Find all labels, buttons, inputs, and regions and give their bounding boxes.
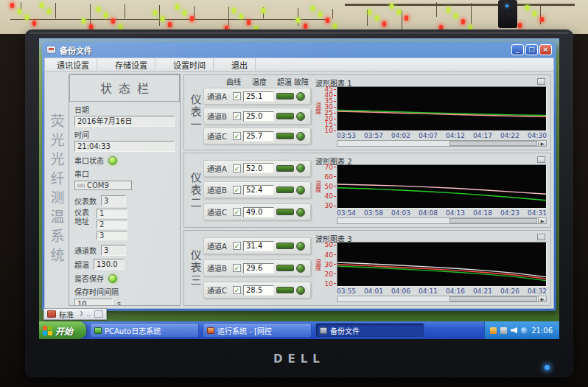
panel-led [119, 24, 122, 29]
meter-addr-2[interactable]: 2 [97, 220, 127, 229]
x-tick-label: 03:54 [337, 209, 356, 217]
panel-led [25, 15, 29, 20]
curve-checkbox[interactable]: ✓ [233, 264, 241, 272]
meter-addr-3[interactable]: 3 [97, 231, 127, 240]
diagram-line [159, 5, 160, 26]
panel-led [304, 24, 307, 29]
fault-led [296, 164, 305, 172]
taskbar-button-log-system[interactable]: PCAuto日志系统 [90, 323, 199, 338]
chart-scrollbar[interactable]: ▶ [337, 140, 547, 147]
curve-checkbox[interactable]: ✓ [233, 164, 241, 172]
taskbar-button-backup[interactable]: 备份文件 [315, 323, 424, 338]
dell-logo: DELL [25, 352, 573, 366]
curve-checkbox[interactable]: ✓ [233, 132, 241, 140]
save-toggle-led[interactable] [108, 274, 117, 283]
tray-display-icon[interactable] [500, 327, 507, 334]
panel-led [111, 18, 115, 24]
menu-storage-settings[interactable]: 存储设置 [108, 58, 155, 72]
diagram-line [90, 4, 91, 26]
chart-scale-button[interactable] [537, 78, 545, 85]
save-toggle-label: 是否保存 [74, 273, 104, 284]
monitor-power-led[interactable] [545, 365, 550, 370]
taskbar-button-run-system[interactable]: 运行系统 - [网控 [203, 323, 312, 338]
diagram-line [194, 6, 195, 18]
scrollbar-thumb[interactable] [449, 218, 537, 223]
curve-checkbox[interactable]: ✓ [233, 208, 241, 216]
save-interval-input[interactable]: 10 [74, 299, 113, 306]
column-header-temperature: 温度 [252, 76, 267, 87]
scrollbar-thumb[interactable] [449, 296, 537, 301]
panel-led [454, 13, 458, 18]
fault-led [296, 286, 305, 295]
menu-exit[interactable]: 退出 [224, 58, 256, 72]
serial-port-select[interactable]: I/O COM9 [74, 181, 132, 190]
curve-checkbox[interactable]: ✓ [233, 186, 241, 194]
window-icon [46, 46, 56, 54]
chart-scrollbar[interactable]: ▶ [337, 217, 547, 224]
temperature-value: 25.1 [243, 91, 274, 102]
y-tick-label: 20 [325, 271, 336, 277]
title-bar[interactable]: 备份文件 _ □ × [44, 42, 554, 57]
minimize-button[interactable]: _ [511, 44, 524, 55]
meter-addr-1[interactable]: 1 [97, 209, 127, 218]
menu-comm-settings[interactable]: 通讯设置 [49, 58, 97, 72]
panel-led [161, 16, 164, 21]
taskbar-clock[interactable]: 21:06 [531, 327, 553, 335]
overtemp-indicator [276, 265, 294, 271]
start-button[interactable]: 开始 [39, 321, 86, 339]
panel-led [368, 10, 371, 15]
y-tick-label: 10 [325, 281, 336, 287]
y-axis-ticks: 4540353025201510 [321, 86, 337, 131]
serial-label: 串口 [74, 168, 175, 179]
ime-keyboard-icon[interactable] [47, 310, 56, 318]
chart-scale-button[interactable] [537, 234, 545, 240]
channel-count-input[interactable]: 3 [101, 245, 126, 256]
panel-led [82, 18, 85, 24]
chart-scale-button[interactable] [537, 156, 545, 163]
overtemp-indicator [276, 186, 294, 193]
ime-moon-icon[interactable]: ☽ [77, 310, 83, 318]
panel-led [447, 7, 450, 13]
tray-network-icon[interactable] [521, 327, 528, 334]
maximize-button[interactable]: □ [525, 44, 538, 55]
x-tick-label: 04:01 [364, 287, 383, 295]
monitor-bezel: 备份文件 _ □ × 通讯设置 存储设置 设置时间 退出 荧 [25, 29, 573, 377]
panel-led [89, 24, 93, 29]
close-button[interactable]: × [539, 44, 552, 55]
overtemp-setting-label: 超温 [74, 259, 89, 270]
x-tick-label: 04:06 [391, 287, 410, 295]
curve-checkbox[interactable]: ✓ [233, 286, 241, 294]
y-tick-label: 50 [325, 184, 336, 189]
channel-row: 通道A ✓ 52.0 [203, 160, 311, 177]
y-axis-label: 温度 [314, 164, 321, 209]
panel-led [18, 9, 21, 14]
serial-status-label: 串口状态 [74, 155, 104, 166]
volume-icon[interactable] [511, 327, 517, 334]
series-line [337, 111, 546, 116]
scrollbar-right-icon[interactable]: ▶ [538, 141, 546, 146]
ime-mode-label[interactable]: 标准 [59, 309, 74, 320]
tray-app-icon[interactable] [490, 327, 497, 334]
ime-options-icon[interactable]: ‥ [86, 310, 91, 318]
x-tick-label: 04:02 [391, 132, 410, 139]
ime-language-bar[interactable]: 标准 ☽ ‥ [43, 308, 107, 320]
chart-scrollbar[interactable]: ▶ [337, 296, 547, 302]
app-icon [94, 327, 102, 334]
curve-checkbox[interactable]: ✓ [233, 112, 241, 120]
diagram-line [436, 2, 437, 17]
scrollbar-right-icon[interactable]: ▶ [538, 296, 546, 301]
menu-set-time[interactable]: 设置时间 [166, 58, 214, 72]
overtemp-setting-input[interactable]: 130.0 [94, 259, 125, 270]
ime-softkeyboard-icon[interactable] [94, 310, 103, 318]
temperature-value: 52.4 [243, 185, 274, 195]
curve-checkbox[interactable]: ✓ [233, 242, 241, 250]
scrollbar-thumb[interactable] [449, 141, 537, 146]
windows-flag-icon [43, 326, 52, 335]
curve-checkbox[interactable]: ✓ [233, 92, 241, 100]
channel-label: 通道A [207, 240, 231, 251]
channel-label: 通道A [207, 91, 231, 102]
scrollbar-right-icon[interactable]: ▶ [538, 218, 546, 223]
panel-led [190, 16, 194, 21]
app-window: 备份文件 _ □ × 通讯设置 存储设置 设置时间 退出 荧 [42, 42, 556, 311]
meter-count-input[interactable]: 3 [101, 195, 126, 206]
